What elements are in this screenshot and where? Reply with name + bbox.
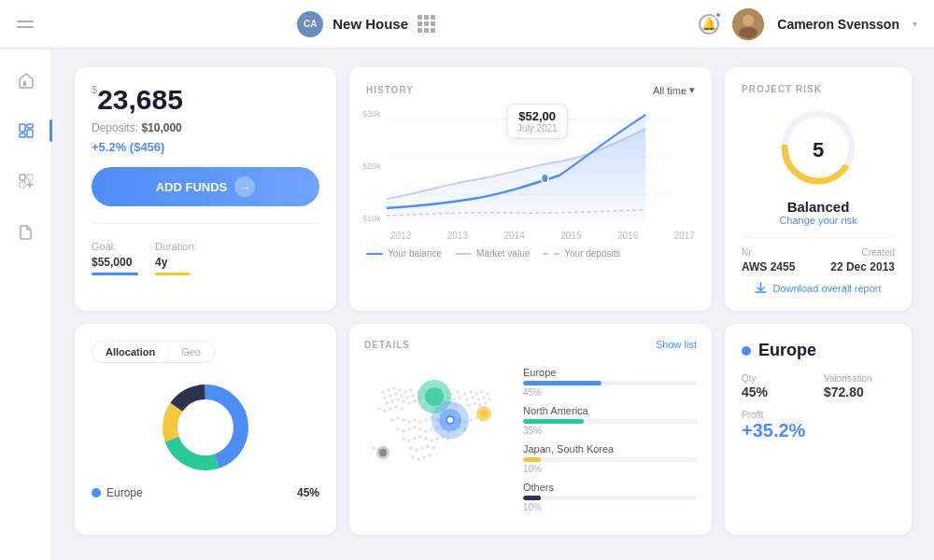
chevron-down-icon[interactable]: ▾: [913, 19, 917, 29]
svg-point-116: [435, 437, 439, 441]
others-bar-track: [523, 496, 697, 500]
nr-value: AWS 2455: [742, 260, 795, 273]
profit-value: +35.2%: [742, 420, 895, 441]
menu-icon[interactable]: [17, 21, 34, 28]
svg-point-138: [480, 410, 488, 417]
japan-bar-fill: [523, 457, 541, 462]
sidebar-item-add[interactable]: [9, 164, 43, 198]
tab-allocation[interactable]: Allocation: [92, 342, 168, 362]
apps-grid-icon[interactable]: [417, 15, 435, 33]
details-card: DETAILS Show list: [349, 324, 712, 535]
svg-point-85: [418, 420, 422, 424]
svg-point-14: [542, 174, 549, 183]
svg-point-76: [467, 403, 471, 407]
goal-row: Goal: $55,000 Duration: 4y: [92, 241, 319, 275]
risk-created: Created 22 Dec 2013: [830, 247, 895, 274]
svg-point-47: [394, 405, 398, 409]
profit-label: Profit: [742, 410, 895, 420]
svg-rect-5: [27, 124, 33, 128]
download-label: Download overall report: [772, 283, 881, 294]
blue-dot-icon: [742, 346, 751, 356]
add-funds-button[interactable]: ADD FUNDS →: [92, 167, 319, 206]
europe-bar-track: [523, 381, 697, 385]
qty-value: 45%: [742, 385, 768, 399]
tooltip-date: July 2021: [517, 123, 558, 133]
svg-point-115: [430, 439, 433, 442]
svg-rect-4: [20, 124, 25, 132]
balance-display: $23,685: [92, 84, 319, 116]
goal-bar: [92, 273, 138, 275]
header-left: [17, 21, 34, 28]
tab-geo[interactable]: Geo: [168, 342, 214, 362]
svg-point-113: [418, 435, 422, 439]
download-report-button[interactable]: Download overall report: [742, 282, 895, 294]
sidebar-item-home[interactable]: [9, 63, 43, 97]
europe-pct: 45%: [297, 486, 319, 499]
risk-change-link[interactable]: Change your risk: [742, 215, 895, 226]
top-row: $23,685 Deposits: $10,000 +5.2% ($456) A…: [75, 67, 912, 311]
add-funds-label: ADD FUNDS: [156, 180, 228, 194]
change-pct: +5.2% ($456): [92, 140, 319, 154]
year-2012: 2012: [390, 231, 411, 241]
sidebar-item-files[interactable]: [9, 215, 43, 248]
japan-bar-label: Japan, South Korea: [523, 443, 697, 455]
others-bar-fill: [523, 496, 541, 500]
svg-point-41: [413, 399, 417, 403]
header-right: 🔔 Cameron Svensson ▾: [699, 8, 917, 40]
risk-title: Balanced: [742, 199, 895, 215]
year-2016: 2016: [617, 231, 638, 241]
svg-point-86: [424, 418, 428, 422]
legend-deposits: Your deposits: [543, 248, 620, 259]
sidebar-item-dashboard[interactable]: [9, 114, 43, 147]
svg-point-33: [411, 394, 415, 398]
svg-point-125: [417, 457, 420, 461]
details-body: Europe 45% North America 35%: [364, 359, 697, 520]
svg-point-101: [418, 427, 422, 431]
goal-item: Goal: $55,000: [92, 241, 138, 275]
svg-point-31: [400, 394, 403, 398]
donut-chart: [92, 376, 319, 479]
duration-item: Duration: 4y: [155, 241, 197, 275]
others-bar-pct: 10%: [523, 502, 697, 512]
svg-point-69: [480, 390, 484, 394]
na-bar-track: [523, 419, 697, 424]
svg-rect-9: [27, 175, 33, 180]
duration-value: 4y: [155, 256, 197, 269]
svg-point-75: [488, 398, 491, 401]
svg-point-79: [484, 401, 488, 405]
notification-wrapper: 🔔: [699, 14, 719, 35]
svg-point-24: [392, 386, 396, 390]
svg-point-114: [424, 437, 428, 441]
svg-point-59: [452, 398, 456, 401]
profit-section: Profit +35.2%: [742, 410, 895, 441]
qty-stat: Qty 45%: [742, 373, 813, 400]
header: CA New House 🔔 Cameron Svensson ▾: [0, 0, 934, 49]
chart-area: $30k $20k $10k $52,00 July 2021: [362, 105, 699, 227]
bar-japan: Japan, South Korea 10%: [523, 443, 697, 474]
legend-market: Market value: [455, 248, 530, 259]
svg-rect-7: [20, 133, 25, 137]
svg-point-36: [385, 401, 389, 405]
svg-point-112: [413, 437, 417, 441]
allocation-legend-europe: Europe 45%: [92, 486, 319, 499]
svg-rect-6: [27, 130, 33, 137]
y-label-10k: $10k: [362, 214, 381, 223]
show-list-button[interactable]: Show list: [656, 339, 697, 350]
svg-point-23: [387, 388, 390, 392]
japan-bar-track: [523, 457, 697, 462]
legend-deposits-label: Your deposits: [564, 248, 620, 259]
duration-label: Duration:: [155, 241, 197, 252]
y-label-20k: $20k: [362, 161, 381, 171]
qty-label: Qty: [742, 373, 813, 384]
time-filter-button[interactable]: All time ▾: [653, 84, 695, 96]
balance-card: $23,685 Deposits: $10,000 +5.2% ($456) A…: [75, 67, 336, 311]
history-label: HISTORY: [366, 85, 414, 95]
na-bar-pct: 35%: [523, 426, 697, 436]
y-label-30k: $30k: [362, 109, 381, 119]
risk-score: 5: [813, 138, 824, 162]
svg-point-60: [458, 396, 461, 399]
header-center: CA New House: [297, 11, 435, 37]
svg-point-46: [389, 407, 392, 411]
region-bars: Europe 45% North America 35%: [523, 359, 697, 520]
svg-point-100: [413, 426, 417, 429]
